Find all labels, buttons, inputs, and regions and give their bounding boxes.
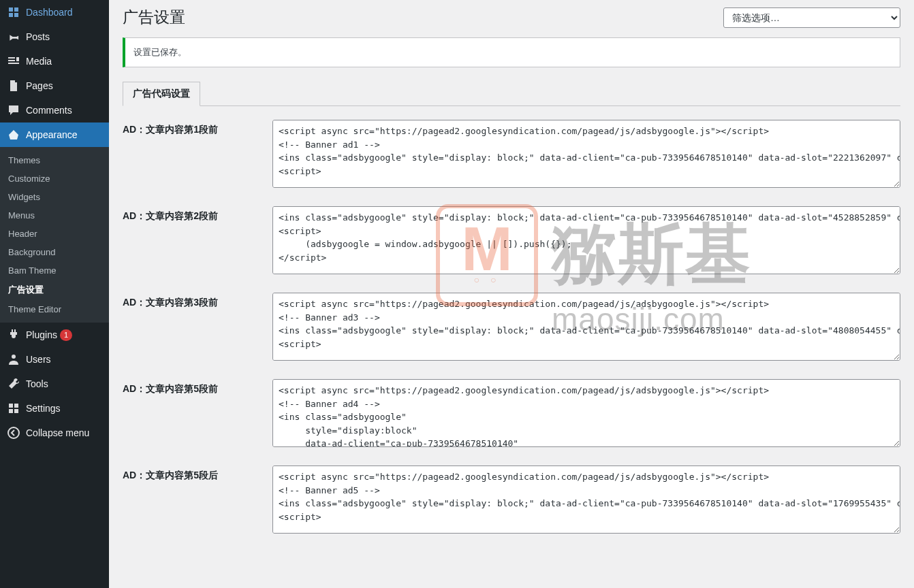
menu-label: Users (26, 354, 51, 365)
comment-icon (7, 103, 20, 117)
main-content: M○ ○ 猕斯基 maosiji.com 广告设置 筛选选项… 设置已保存。 广… (109, 0, 914, 588)
menu-label: Collapse menu (26, 427, 89, 438)
sidebar-item-plugins[interactable]: Plugins 1 (0, 323, 109, 347)
sidebar-item-users[interactable]: Users (0, 347, 109, 372)
submenu-item-widgets[interactable]: Widgets (0, 188, 109, 206)
field-label-ad4: AD：文章内容第5段前 (123, 379, 272, 449)
ad3-textarea[interactable] (272, 293, 900, 361)
page-icon (7, 79, 20, 93)
sidebar-item-comments[interactable]: Comments (0, 98, 109, 122)
menu-label: Plugins (26, 329, 57, 340)
sidebar-item-appearance[interactable]: Appearance (0, 122, 109, 147)
svg-rect-1 (9, 404, 13, 408)
submenu-item-menus[interactable]: Menus (0, 206, 109, 225)
admin-sidebar: Dashboard Posts Media Pages Comments App… (0, 0, 109, 588)
submenu-item-themes[interactable]: Themes (0, 151, 109, 169)
menu-label: Tools (26, 378, 48, 389)
page-title: 广告设置 (123, 7, 185, 28)
sidebar-item-media[interactable]: Media (0, 49, 109, 74)
field-label-ad3: AD：文章内容第3段前 (123, 293, 272, 363)
field-label-ad5: AD：文章内容第5段后 (123, 466, 272, 536)
sidebar-item-dashboard[interactable]: Dashboard (0, 0, 109, 24)
svg-rect-3 (9, 409, 13, 413)
sidebar-item-collapse[interactable]: Collapse menu (0, 421, 109, 445)
submenu-item-bam-theme[interactable]: Bam Theme (0, 261, 109, 280)
ad5-textarea[interactable] (272, 466, 900, 534)
menu-label: Posts (26, 31, 50, 42)
settings-icon (7, 402, 20, 415)
submenu-item-background[interactable]: Background (0, 243, 109, 261)
settings-saved-notice: 设置已保存。 (123, 37, 900, 67)
plugin-icon (7, 328, 20, 342)
menu-label: Settings (26, 403, 61, 414)
svg-point-0 (12, 355, 16, 359)
svg-rect-4 (14, 409, 18, 413)
submenu-item-ad-settings[interactable]: 广告设置 (0, 280, 109, 300)
sidebar-item-pages[interactable]: Pages (0, 74, 109, 98)
ad2-textarea[interactable] (272, 206, 900, 274)
plugin-update-badge: 1 (60, 329, 72, 341)
svg-point-5 (8, 427, 19, 438)
dashboard-icon (7, 5, 20, 19)
svg-rect-2 (14, 404, 18, 408)
settings-tabs: 广告代码设置 (123, 81, 900, 106)
ad1-textarea[interactable] (272, 120, 900, 188)
menu-label: Comments (26, 105, 72, 116)
ad4-textarea[interactable] (272, 379, 900, 447)
filter-select[interactable]: 筛选选项… (723, 7, 900, 28)
menu-label: Pages (26, 80, 53, 91)
sidebar-item-settings[interactable]: Settings (0, 396, 109, 421)
field-label-ad2: AD：文章内容第2段前 (123, 206, 272, 276)
sidebar-item-posts[interactable]: Posts (0, 24, 109, 49)
collapse-icon (7, 426, 20, 440)
tab-ad-code-settings[interactable]: 广告代码设置 (123, 82, 200, 106)
sidebar-item-tools[interactable]: Tools (0, 372, 109, 396)
notice-text: 设置已保存。 (133, 46, 892, 59)
media-icon (7, 54, 20, 68)
menu-label: Media (26, 56, 52, 67)
appearance-icon (7, 128, 20, 142)
menu-label: Dashboard (26, 7, 73, 18)
tools-icon (7, 377, 20, 391)
appearance-submenu: Themes Customize Widgets Menus Header Ba… (0, 147, 109, 323)
submenu-item-header[interactable]: Header (0, 225, 109, 243)
submenu-item-customize[interactable]: Customize (0, 169, 109, 188)
user-icon (7, 353, 20, 366)
menu-label: Appearance (26, 129, 78, 140)
pin-icon (7, 30, 20, 44)
submenu-item-theme-editor[interactable]: Theme Editor (0, 300, 109, 318)
field-label-ad1: AD：文章内容第1段前 (123, 120, 272, 190)
